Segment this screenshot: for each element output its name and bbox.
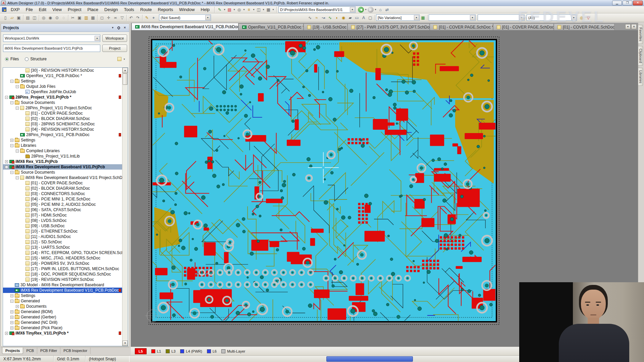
tree-row[interactable]: [15] - MISC, JTAG, HEADERS.SchDoc bbox=[3, 255, 122, 261]
panel-tab-pcb-filter[interactable]: PCB Filter bbox=[37, 348, 60, 354]
panel-close-icon[interactable]: ✕ bbox=[122, 25, 127, 30]
tree-row[interactable]: [04] - PCIE MINI 1, PCIE.SchDoc bbox=[3, 196, 122, 202]
tree-row[interactable]: +Documents bbox=[3, 304, 122, 309]
new-document-icon[interactable]: ▯ bbox=[2, 15, 9, 21]
layer-tab-l5[interactable]: L5 bbox=[135, 348, 147, 354]
tree-row[interactable]: −28Pins_Project_V1I1 Project.SchDoc bbox=[3, 105, 122, 111]
layer-tab-l3[interactable]: L3 bbox=[166, 349, 175, 353]
rail-tab-libraries[interactable]: Libraries bbox=[638, 68, 643, 86]
undo-icon[interactable]: ↶ bbox=[128, 15, 135, 21]
tree-row[interactable]: [18] - DOC, POWER SEQUENCING.SchDoc bbox=[3, 272, 122, 277]
select-area-icon[interactable]: ◻ bbox=[99, 15, 105, 21]
close-button[interactable]: ✕ bbox=[633, 1, 643, 5]
collapse-icon[interactable]: − bbox=[10, 101, 13, 104]
collapse-icon[interactable]: − bbox=[10, 300, 13, 303]
menu-place[interactable]: Place bbox=[85, 6, 102, 13]
tree-row[interactable]: 28Pins_Project_V1I1_PCB.PcbDoc bbox=[3, 132, 122, 137]
menu-project[interactable]: Project bbox=[65, 6, 84, 13]
menu-view[interactable]: View bbox=[49, 6, 65, 13]
tree-row[interactable]: −iMX6 Rex Development Baseboard V1I1.Prj… bbox=[3, 164, 122, 170]
tree-row[interactable]: +iMX6 TinyRex_V1I1.PrjPcb * bbox=[3, 330, 122, 336]
length-tuning-icon[interactable]: ∿ bbox=[327, 15, 333, 21]
layer-stack-icon[interactable]: ▤ bbox=[226, 7, 233, 13]
apply-offset-icon[interactable]: ≍ bbox=[112, 15, 119, 21]
collapse-icon[interactable]: − bbox=[16, 107, 19, 110]
collapse-icon[interactable]: − bbox=[5, 96, 8, 99]
edit-icon[interactable]: ✎ bbox=[144, 15, 150, 21]
cross-probe-icon[interactable]: ⌖ bbox=[150, 15, 157, 21]
layer-tab-l4-(pwr)[interactable]: L4 (PWR) bbox=[180, 349, 202, 353]
tree-row[interactable]: [06] - SATA, CFAST.SchDoc bbox=[3, 207, 122, 213]
chevron-down-icon[interactable]: ▾ bbox=[470, 15, 475, 20]
find-icon[interactable]: ◎ bbox=[236, 7, 243, 13]
collapse-icon[interactable]: − bbox=[16, 176, 19, 179]
workspace-button[interactable]: Workspace bbox=[102, 35, 127, 42]
chevron-down-icon[interactable]: ▾ bbox=[95, 36, 100, 41]
refresh-icon[interactable]: ⇄ bbox=[384, 7, 390, 13]
document-tab-6[interactable]: [01] - COVER PAGE.SchDoc bbox=[493, 23, 554, 30]
tree-row[interactable]: [14] - RTC, EEPROM, GPIO, TOUCH SCREEN.S… bbox=[3, 250, 122, 255]
tab-list-button[interactable]: ▾ bbox=[625, 24, 631, 29]
filter-icon[interactable]: ▽ bbox=[119, 15, 125, 21]
navigation-path-combo[interactable]: D:\Projects\iMX6 Rex Baseboard\V1I1▾ bbox=[278, 6, 356, 13]
tree-row[interactable]: −Output Job Files bbox=[3, 84, 122, 89]
redo-icon[interactable]: ↷ bbox=[135, 15, 141, 21]
tree-scrollbar[interactable]: ▲ ▼ bbox=[122, 68, 128, 346]
project-button[interactable]: Project bbox=[102, 45, 127, 52]
open-document-icon[interactable]: ▱ bbox=[9, 15, 15, 21]
document-state-combo[interactable]: (Not Saved)▾ bbox=[159, 14, 211, 21]
document-tab-7[interactable]: [01] - COVER PAGE.SchDoc bbox=[554, 23, 614, 30]
document-view-icon[interactable] bbox=[117, 57, 121, 61]
chevron-down-icon[interactable]: ▾ bbox=[262, 7, 265, 13]
layer-tab-l6[interactable]: L6 bbox=[207, 349, 217, 353]
print-preview-icon[interactable]: ◫ bbox=[31, 15, 38, 21]
grid-icon[interactable]: ▦ bbox=[265, 7, 272, 13]
variant-manager-icon[interactable]: ▦ bbox=[420, 15, 426, 21]
chevron-down-icon[interactable]: ▾ bbox=[571, 15, 576, 20]
expand-icon[interactable]: + bbox=[16, 305, 19, 308]
menu-window[interactable]: Window bbox=[176, 6, 198, 13]
tree-row[interactable]: OpenRex JobFile.OutJob bbox=[3, 89, 122, 95]
tree-row[interactable]: [10] - ETHERNET.SchDoc bbox=[3, 229, 122, 234]
print-icon[interactable]: ▤ bbox=[24, 15, 31, 21]
panel-tab-pcb-inspector[interactable]: PCB Inspector bbox=[60, 348, 91, 354]
tree-row[interactable]: −iMX6 Rex Development Baseboard V1I1 Pro… bbox=[3, 175, 122, 180]
chevron-down-icon[interactable]: ▾ bbox=[205, 15, 210, 20]
tree-row[interactable]: −Compiled Libraries bbox=[3, 148, 122, 154]
rail-tab-favorites[interactable]: Favorites bbox=[638, 25, 643, 44]
tree-row[interactable]: −Generated bbox=[3, 298, 122, 304]
collapse-icon[interactable]: − bbox=[10, 144, 13, 147]
tree-row[interactable]: [08] - LVDS.SchDoc bbox=[3, 218, 122, 223]
menu-dxp[interactable]: DXP bbox=[8, 6, 23, 13]
tree-row[interactable]: +Settings bbox=[3, 137, 122, 143]
panels-icon[interactable]: ◫ bbox=[255, 7, 262, 13]
tree-row[interactable]: [11] - AUDIO1.SchDoc bbox=[3, 234, 122, 239]
move-selection-icon[interactable]: ✛ bbox=[105, 15, 112, 21]
menu-design[interactable]: Design bbox=[101, 6, 121, 13]
expand-icon[interactable]: + bbox=[10, 139, 13, 142]
files-radio[interactable]: Files bbox=[5, 57, 19, 61]
board-options-icon[interactable]: ▢ bbox=[367, 15, 374, 21]
find-similar-icon[interactable]: ◎ bbox=[578, 15, 585, 21]
tree-row[interactable]: [05] - PCIE MINI 2, AUDIO2.SchDoc bbox=[3, 202, 122, 207]
chevron-down-icon[interactable]: ▾ bbox=[233, 7, 236, 13]
zoom-area-icon[interactable]: ◎ bbox=[40, 15, 47, 21]
menu-help[interactable]: Help bbox=[198, 6, 213, 13]
expand-icon[interactable]: + bbox=[10, 321, 13, 324]
tree-row[interactable]: −Settings bbox=[3, 78, 122, 84]
tree-row[interactable]: +Generated (NC Drill) bbox=[3, 320, 122, 325]
tree-row[interactable]: iMX6 Rex Development Baseboard V1I1_PCB.… bbox=[3, 288, 122, 293]
filter-combo-1[interactable]: ▾ bbox=[429, 14, 476, 21]
tree-row[interactable]: [02] - BLOCK DIAGRAM.SchDoc bbox=[3, 116, 122, 121]
tree-row[interactable]: −Source Documents bbox=[3, 100, 122, 105]
chevron-down-icon[interactable]: ▾ bbox=[223, 7, 226, 13]
interactive-routing-icon[interactable]: ∿ bbox=[307, 15, 313, 21]
active-route-icon[interactable]: ↝ bbox=[320, 15, 327, 21]
menu-route[interactable]: Route bbox=[137, 6, 155, 13]
tree-row[interactable]: [03] - 28PINS SCHEMATIC.SchDoc bbox=[3, 121, 122, 127]
via-stitching-icon[interactable]: ◉ bbox=[340, 15, 347, 21]
tree-row[interactable]: [17] - PWR IN, LEDS, BUTTONS, MECH.SchDo… bbox=[3, 266, 122, 272]
collapse-icon[interactable]: − bbox=[10, 171, 13, 174]
layer-tab-l1[interactable]: L1 bbox=[151, 349, 161, 353]
expand-icon[interactable]: + bbox=[5, 332, 8, 335]
